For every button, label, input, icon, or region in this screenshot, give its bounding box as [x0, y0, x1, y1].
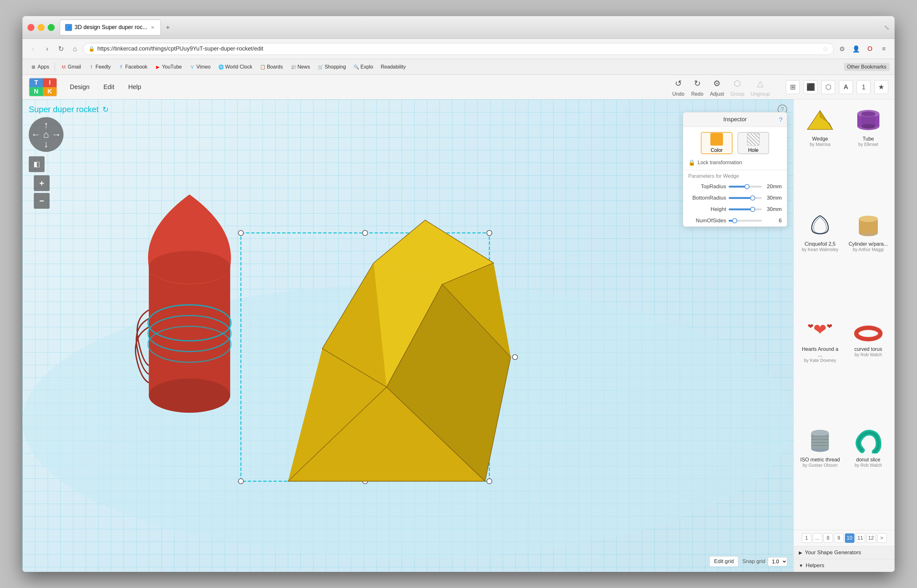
section-arrow-icon: ▶ [799, 550, 802, 555]
color-type-button[interactable]: Color [701, 132, 732, 154]
shape-card-0[interactable]: Wedge by Marrisa [797, 103, 843, 205]
shape-name-4: Hearts Around a ... [800, 346, 840, 358]
menu-help[interactable]: Help [122, 81, 147, 93]
back-button[interactable]: ‹ [28, 43, 39, 55]
bookmark-worldclock[interactable]: 🌐 World Clock [215, 63, 255, 71]
group-button[interactable]: ⬡ Group [730, 78, 744, 97]
adjust-button[interactable]: ⚙ Adjust [710, 78, 724, 97]
bookmark-gmail[interactable]: M Gmail [58, 63, 84, 71]
text-view-button[interactable]: A [839, 80, 853, 94]
bookmark-apps[interactable]: ⊞ Apps [28, 63, 52, 71]
shape-card-2[interactable]: Cinquefoil 2,5 by Kean Walmsley [797, 208, 843, 310]
snap-grid-label: Snap grid [742, 558, 765, 565]
edit-grid-button[interactable]: Edit grid [710, 556, 739, 567]
bookmark-explo[interactable]: 🔍 Explo [350, 63, 376, 71]
home-button[interactable]: ⌂ [69, 43, 81, 55]
extensions-button[interactable]: ⚙ [836, 43, 848, 55]
rocket-nose-overlay [149, 251, 230, 284]
rocket-bottom-ellipse [149, 379, 230, 413]
page-button-12[interactable]: 12 [867, 533, 876, 543]
helpers-arrow-icon: ▼ [799, 563, 803, 568]
tinkercad-logo[interactable]: T I N K [29, 78, 57, 97]
reload-button[interactable]: ↻ [55, 43, 67, 55]
close-button[interactable] [28, 24, 34, 31]
bookmark-boards[interactable]: 📋 Boards [257, 63, 286, 71]
canvas-3d[interactable]: ↑← ⌂ →↓ ◧ + − [23, 100, 794, 572]
minimize-button[interactable] [37, 24, 45, 31]
undo-icon: ↺ [672, 78, 685, 90]
page-button-10[interactable]: 10 [845, 533, 854, 543]
opera-button[interactable]: O [864, 43, 876, 55]
menu-button[interactable]: ≡ [878, 43, 889, 55]
params-header: Parameters for Wedge [683, 170, 787, 181]
helpers-header[interactable]: ▼ Helpers [794, 559, 894, 572]
vimeo-icon: V [189, 64, 195, 70]
redo-label: Redo [692, 91, 703, 97]
shape-card-3[interactable]: Cylinder w/para... by Arthur Maggi [846, 208, 891, 310]
shopping-icon: 🛒 [318, 64, 323, 70]
menu-edit[interactable]: Edit [97, 81, 120, 93]
page-button-11[interactable]: 11 [856, 533, 865, 543]
page-button-9[interactable]: 9 [834, 533, 844, 543]
bookmark-facebook[interactable]: f Facebook [115, 63, 151, 71]
new-tab-button[interactable]: + [163, 23, 173, 32]
bookmark-news[interactable]: 📰 News [287, 63, 313, 71]
other-bookmarks[interactable]: Other Bookmarks [844, 63, 889, 71]
bookmark-shopping[interactable]: 🛒 Shopping [314, 63, 349, 71]
param-slider-0[interactable] [729, 186, 762, 187]
layers-button[interactable]: ◧ [29, 156, 45, 172]
shape-preview-7 [851, 426, 886, 455]
shape-card-4[interactable]: ❤❤❤ Hearts Around a ... by Kate Downey [797, 313, 843, 421]
shape-name-7: donut slice [856, 457, 881, 463]
main-content: T I N K Design Edit Help ↺ Undo ↻ Redo [23, 75, 894, 572]
svg-point-6 [363, 231, 368, 236]
shape-card-6[interactable]: ISO metric thread by Gustav Olsson [797, 424, 843, 526]
active-tab[interactable]: 🔷 3D design Super duper roc... ✕ [60, 19, 161, 36]
inspector-help-button[interactable]: ? [779, 116, 783, 123]
tab-close-button[interactable]: ✕ [150, 25, 156, 30]
forward-button[interactable]: › [41, 43, 53, 55]
project-refresh-icon[interactable]: ↻ [102, 105, 109, 114]
ungroup-button[interactable]: △ Ungroup [751, 78, 770, 97]
page-button-8[interactable]: 8 [823, 533, 833, 543]
nav-cube[interactable]: ↑← ⌂ →↓ [29, 117, 63, 152]
star-button[interactable]: ★ [874, 80, 888, 94]
number-view-button[interactable]: 1 [857, 80, 870, 94]
page-button-1[interactable]: 1 [802, 533, 812, 543]
zoom-in-button[interactable]: + [34, 175, 50, 191]
shape-card-1[interactable]: Tube by Elkniwt [846, 103, 891, 205]
cube-view-button[interactable]: ⬛ [804, 80, 817, 94]
svg-point-24 [859, 216, 878, 222]
svg-point-32 [811, 430, 829, 436]
menu-design[interactable]: Design [63, 81, 96, 93]
app-toolbar: ↺ Undo ↻ Redo ⚙ Adjust ⬡ Group △ Ungro [672, 78, 888, 97]
zoom-out-button[interactable]: − [34, 193, 50, 209]
param-label-2: Height [688, 206, 726, 213]
undo-button[interactable]: ↺ Undo [672, 78, 685, 97]
param-slider-3[interactable] [729, 220, 762, 222]
bookmark-gmail-label: Gmail [68, 64, 81, 70]
your-shape-generators-header[interactable]: ▶ Your Shape Generators [794, 546, 894, 559]
page-button-...[interactable]: ... [813, 533, 822, 543]
shape-card-7[interactable]: donut slice by Rob Walch [846, 424, 891, 526]
account-button[interactable]: 👤 [850, 43, 862, 55]
group-label: Group [730, 91, 744, 97]
shape-card-5[interactable]: curved torus by Rob Walch [846, 313, 891, 421]
page-button->[interactable]: > [877, 533, 887, 543]
bookmark-youtube[interactable]: ▶ YouTube [152, 63, 185, 71]
bookmark-feedly[interactable]: f Feedly [85, 63, 114, 71]
wireframe-button[interactable]: ⬡ [821, 80, 835, 94]
svg-point-3 [238, 479, 243, 484]
grid-view-button[interactable]: ⊞ [786, 80, 800, 94]
maximize-button[interactable] [48, 24, 55, 31]
bookmark-readability[interactable]: Readability [377, 63, 409, 71]
adjust-label: Adjust [710, 91, 724, 97]
redo-button[interactable]: ↻ Redo [691, 78, 704, 97]
url-bar[interactable]: 🔒 https://tinkercad.com/things/cptPUuy9Y… [83, 43, 834, 55]
param-slider-2[interactable] [729, 208, 762, 210]
param-slider-1[interactable] [729, 197, 762, 199]
hole-type-button[interactable]: Hole [737, 132, 769, 154]
svg-point-1 [238, 231, 243, 236]
snap-grid-select[interactable]: 1.0 0.5 0.1 [768, 557, 787, 566]
bookmark-vimeo[interactable]: V Vimeo [186, 63, 214, 71]
